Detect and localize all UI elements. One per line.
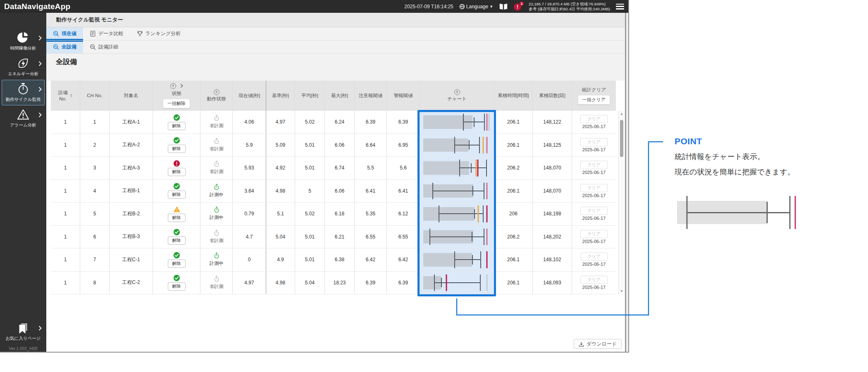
motion-indicator: 計測中 xyxy=(210,207,223,221)
motion-indicator: 非計測 xyxy=(210,161,223,175)
clear-button[interactable]: クリア xyxy=(580,184,608,192)
release-button[interactable]: 解除 xyxy=(168,282,186,291)
content-right-strip xyxy=(626,13,628,352)
language-selector[interactable]: Language ▼ xyxy=(459,4,493,10)
cell-total-count: 148,198 xyxy=(532,203,572,225)
cell-equip-no: 1 xyxy=(51,157,80,179)
sidebar-item-cycle-monitoring[interactable]: 動作サイクル監視 xyxy=(2,80,45,105)
cell-stat-clear: クリア 2025-06-17 xyxy=(572,272,616,294)
help-icon[interactable]: ? xyxy=(454,89,460,95)
release-button[interactable]: 解除 xyxy=(168,122,186,130)
col-alarm-threshold: 警報閾値 xyxy=(386,81,420,111)
bulk-release-button[interactable]: 一括解除 xyxy=(163,99,190,108)
tab-data-compare[interactable]: データ比較 xyxy=(83,27,130,40)
cell-base: 5.1 xyxy=(266,203,295,225)
cell-total-hours: 206.1 xyxy=(494,180,532,203)
alert-indicator[interactable]: ! 1 xyxy=(514,2,523,11)
sort-ascending-icon[interactable]: ↑ xyxy=(70,92,73,99)
tab-current-value[interactable]: 現在値 xyxy=(46,27,83,40)
cell-current: 4.06 xyxy=(232,111,266,134)
release-button[interactable]: 解除 xyxy=(168,214,186,222)
cell-total-count: 148,093 xyxy=(532,272,572,294)
sidebar-item-label: アラーム分析 xyxy=(2,122,44,128)
sidebar-item-label: 動作サイクル監視 xyxy=(2,97,44,103)
scroll-down-icon[interactable]: ▼ xyxy=(619,289,625,293)
col-label: 状態 xyxy=(172,91,181,96)
status-icon xyxy=(173,252,180,259)
box-whisker-chart xyxy=(423,136,490,155)
chevron-right-icon[interactable] xyxy=(180,83,183,88)
clear-button[interactable]: クリア xyxy=(580,276,608,284)
cell-alarm-threshold: 6.42 xyxy=(386,248,420,271)
download-button[interactable]: ダウンロード xyxy=(574,339,622,349)
release-button[interactable]: 解除 xyxy=(168,260,186,268)
box-whisker-chart xyxy=(423,112,490,132)
cell-chart xyxy=(420,111,494,134)
subtab-all-equipment[interactable]: 全設備 xyxy=(46,41,83,53)
cell-chart xyxy=(420,157,494,179)
table-row: 1 5 工程B-2 解除 計測中 0.79 5.1 5.02 6.18 5.35… xyxy=(51,203,616,226)
help-icon[interactable]: ? xyxy=(214,89,219,95)
clear-date: 2025-06-17 xyxy=(582,170,606,175)
sidebar-item-favorites[interactable]: お気に入りページ xyxy=(2,319,45,344)
clear-button[interactable]: クリア xyxy=(580,161,608,169)
clear-date: 2025-06-17 xyxy=(582,262,606,267)
release-button[interactable]: 解除 xyxy=(168,145,186,153)
stopwatch-icon xyxy=(214,276,219,283)
status-icon xyxy=(173,183,180,190)
subtab-label: 全設備 xyxy=(62,43,76,50)
clear-button[interactable]: クリア xyxy=(580,230,608,238)
cell-base: 5.09 xyxy=(266,134,295,157)
cell-current: 5.9 xyxy=(232,134,266,157)
col-target-name: 対象名 xyxy=(109,81,153,111)
bulk-clear-button[interactable]: 一括クリア xyxy=(578,95,610,105)
cell-base: 5.04 xyxy=(266,226,295,248)
cell-ch-no: 7 xyxy=(80,248,109,271)
sidebar-item-label: エネルギー分析 xyxy=(2,71,44,77)
motion-label: 非計測 xyxy=(210,146,223,152)
top-bar: DataNavigateApp 2025-07-09 T16:14:25 Lan… xyxy=(0,0,628,13)
help-icon[interactable]: ? xyxy=(170,83,176,89)
table-scrollbar[interactable]: ▲ ▼ xyxy=(618,111,624,294)
cell-max: 6.38 xyxy=(324,248,354,271)
clear-button[interactable]: クリア xyxy=(580,115,608,123)
clear-button[interactable]: クリア xyxy=(580,253,608,261)
chevron-right-icon xyxy=(38,112,42,117)
sidebar-item-alarm-analysis[interactable]: アラーム分析 xyxy=(2,105,45,131)
cell-ch-no: 5 xyxy=(80,203,109,225)
cell-max: 6.18 xyxy=(324,203,354,225)
manual-book-icon[interactable] xyxy=(499,2,508,11)
clear-button[interactable]: クリア xyxy=(580,207,608,215)
annotation-line2: 現在の状況を簡単に把握できます。 xyxy=(675,167,795,177)
release-button[interactable]: 解除 xyxy=(168,236,186,245)
stopwatch-icon xyxy=(214,184,219,191)
cell-status: 解除 xyxy=(153,180,200,203)
clear-date: 2025-06-17 xyxy=(582,193,606,198)
document-icon xyxy=(90,31,96,37)
scrollbar-thumb[interactable] xyxy=(620,120,623,157)
cell-target-name: 工程C-1 xyxy=(109,248,153,271)
hamburger-menu-icon[interactable] xyxy=(616,4,624,10)
chevron-right-icon xyxy=(38,87,42,92)
cell-status: 解除 xyxy=(153,226,200,248)
scroll-up-icon[interactable]: ▲ xyxy=(619,112,625,116)
release-button[interactable]: 解除 xyxy=(168,168,186,176)
sidebar: 時間稼働分析 エネルギー分析 動作サイクル監視 アラーム分析 お気に入りページ … xyxy=(0,13,46,352)
subtab-equipment-detail[interactable]: 設備詳細 xyxy=(83,41,125,53)
cell-base: 4.92 xyxy=(266,157,295,179)
release-button[interactable]: 解除 xyxy=(168,191,186,199)
col-label: 設備 xyxy=(58,90,68,95)
col-stat-clear: 統計クリア 一括クリア xyxy=(572,81,616,111)
clear-button[interactable]: クリア xyxy=(580,138,608,146)
sidebar-item-label: お気に入りページ xyxy=(2,336,44,341)
cell-chart xyxy=(420,203,494,225)
sidebar-item-time-analysis[interactable]: 時間稼働分析 xyxy=(2,29,45,54)
page-title: 全設備 xyxy=(56,57,77,67)
point-label: POINT xyxy=(675,136,795,146)
col-status: ? 状態 一括解除 xyxy=(153,81,200,111)
tab-ranking-analysis[interactable]: ランキング分析 xyxy=(130,27,187,40)
cell-status: 解除 xyxy=(153,272,200,294)
sidebar-item-energy-analysis[interactable]: エネルギー分析 xyxy=(2,54,45,80)
col-label: チャート xyxy=(447,96,467,102)
cell-ch-no: 3 xyxy=(80,157,109,179)
